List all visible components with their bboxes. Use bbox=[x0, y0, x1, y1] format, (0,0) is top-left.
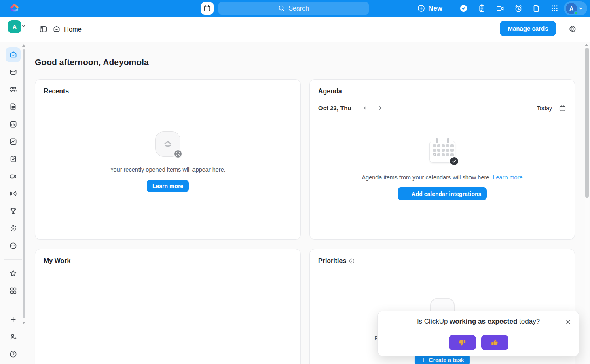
agenda-empty-state: Agenda items from your calendars will sh… bbox=[310, 118, 575, 239]
recents-card: Recents Your recently opened items will … bbox=[35, 79, 301, 240]
plus-icon bbox=[403, 191, 409, 197]
sidebar-item-add[interactable] bbox=[6, 312, 21, 327]
agenda-illustration bbox=[429, 141, 455, 163]
agenda-next-button[interactable] bbox=[376, 104, 385, 113]
teams-icon bbox=[9, 85, 17, 94]
settings-button[interactable] bbox=[565, 22, 579, 36]
notes-button[interactable] bbox=[527, 0, 546, 17]
apps-menu-button[interactable] bbox=[546, 0, 564, 17]
add-calendar-integrations-button[interactable]: Add calendar integrations bbox=[398, 187, 487, 200]
sidebar-item-help[interactable] bbox=[6, 347, 21, 362]
online-status-dot bbox=[574, 11, 578, 15]
toast-close-button[interactable] bbox=[563, 317, 573, 327]
feedback-buttons bbox=[378, 335, 579, 350]
home-icon bbox=[53, 25, 61, 33]
sidebar-scroll-up[interactable] bbox=[22, 44, 25, 47]
my-work-card-title: My Work bbox=[44, 257, 70, 265]
agenda-date-label: Oct 23, Thu bbox=[318, 105, 351, 112]
gear-icon bbox=[568, 25, 576, 33]
check-circle-icon bbox=[459, 4, 468, 13]
invite-user-icon bbox=[9, 332, 17, 341]
clips-record-button[interactable] bbox=[491, 0, 509, 17]
recents-empty-text: Your recently opened items will appear h… bbox=[110, 166, 226, 173]
sidebar-item-whiteboards[interactable] bbox=[6, 134, 21, 149]
plus-circle-icon bbox=[417, 4, 425, 12]
new-button-label: New bbox=[428, 4, 442, 13]
header-divider bbox=[563, 25, 563, 34]
recents-illustration bbox=[155, 131, 180, 157]
goals-trophy-icon bbox=[9, 207, 17, 215]
sidebar-item-teams[interactable] bbox=[6, 82, 21, 97]
timesheets-stopwatch-icon bbox=[9, 224, 17, 233]
sidebar-item-home[interactable] bbox=[6, 47, 21, 62]
layout-panel-icon bbox=[39, 25, 47, 33]
user-avatar-menu[interactable]: A bbox=[564, 1, 587, 15]
chevron-down-icon bbox=[578, 6, 583, 11]
main-scrollbar-thumb[interactable] bbox=[585, 48, 589, 198]
agenda-date-row: Oct 23, Thu Today bbox=[310, 98, 575, 118]
search-input[interactable]: Search bbox=[218, 2, 369, 15]
my-tasks-button[interactable] bbox=[455, 0, 473, 17]
agenda-nav bbox=[361, 104, 385, 113]
apps-grid-icon bbox=[550, 4, 559, 13]
sidebar-scrollbar[interactable] bbox=[23, 49, 25, 318]
sidebar-toggle-button[interactable] bbox=[36, 22, 50, 36]
main-scroll-up[interactable] bbox=[585, 44, 588, 46]
sidebar-item-goals[interactable] bbox=[6, 204, 21, 219]
sidebar-item-clips[interactable] bbox=[6, 169, 21, 184]
sidebar-item-docs[interactable] bbox=[6, 99, 21, 114]
agenda-card-title: Agenda bbox=[318, 88, 342, 95]
recents-empty-state: Your recently opened items will appear h… bbox=[35, 98, 300, 239]
manage-cards-button[interactable]: Manage cards bbox=[500, 21, 556, 36]
recents-learn-more-button[interactable]: Learn more bbox=[147, 180, 189, 192]
calendar-grid bbox=[433, 144, 452, 156]
avatar: A bbox=[566, 3, 577, 14]
new-button[interactable]: New bbox=[415, 2, 445, 15]
sidebar-item-pulse[interactable] bbox=[6, 186, 21, 201]
clickup-logo-icon[interactable] bbox=[9, 3, 20, 14]
feedback-question: Is ClickUp working as expected today? bbox=[378, 318, 579, 326]
my-work-card: My Work bbox=[35, 249, 301, 364]
sidebar-divider bbox=[4, 259, 22, 260]
alarm-clock-icon bbox=[514, 4, 523, 13]
sidebar-item-timesheets[interactable] bbox=[6, 221, 21, 236]
chevron-left-icon bbox=[363, 106, 368, 110]
sidebar-item-forms[interactable] bbox=[6, 151, 21, 166]
calendar-ring bbox=[436, 138, 438, 143]
close-icon bbox=[565, 319, 571, 325]
feedback-question-prefix: Is ClickUp bbox=[417, 318, 450, 325]
star-icon bbox=[9, 269, 17, 278]
plus-icon bbox=[420, 357, 426, 363]
calendar-ring bbox=[447, 138, 449, 143]
notepad-button[interactable] bbox=[473, 0, 491, 17]
calendar-quick-button[interactable] bbox=[201, 2, 214, 15]
check-badge-icon bbox=[449, 156, 459, 166]
chevron-right-icon bbox=[378, 106, 382, 110]
top-app-bar: Search New bbox=[0, 0, 590, 17]
workspace-avatar[interactable]: A bbox=[8, 20, 21, 33]
thumbs-down-button[interactable] bbox=[449, 335, 476, 350]
reminders-button[interactable] bbox=[509, 0, 527, 17]
agenda-learn-more-link[interactable]: Learn more bbox=[493, 174, 522, 181]
grid-squares-icon bbox=[9, 286, 17, 295]
sidebar-item-favorites[interactable] bbox=[6, 266, 21, 281]
sidebar-item-inbox[interactable] bbox=[6, 65, 21, 80]
clock-badge-icon bbox=[173, 149, 182, 158]
workspace-chevron-icon[interactable] bbox=[21, 24, 26, 28]
sidebar-scroll-down[interactable] bbox=[22, 322, 25, 324]
sidebar-item-more[interactable] bbox=[6, 238, 21, 253]
sidebar-item-dashboards[interactable] bbox=[6, 117, 21, 132]
plus-icon bbox=[9, 315, 17, 324]
info-icon[interactable] bbox=[349, 258, 355, 264]
sidebar-nav bbox=[0, 42, 26, 327]
search-icon bbox=[278, 5, 285, 12]
agenda-prev-button[interactable] bbox=[361, 104, 370, 113]
sidebar-item-invite[interactable] bbox=[6, 329, 21, 344]
sidebar-item-spaces[interactable] bbox=[6, 283, 21, 298]
main-scrollbar-track[interactable] bbox=[585, 42, 589, 364]
agenda-empty-text: Agenda items from your calendars will sh… bbox=[362, 174, 522, 181]
agenda-calendar-icon[interactable] bbox=[559, 105, 566, 112]
agenda-today-button[interactable]: Today bbox=[537, 105, 552, 112]
home-icon bbox=[9, 50, 17, 59]
thumbs-up-button[interactable] bbox=[481, 335, 508, 350]
